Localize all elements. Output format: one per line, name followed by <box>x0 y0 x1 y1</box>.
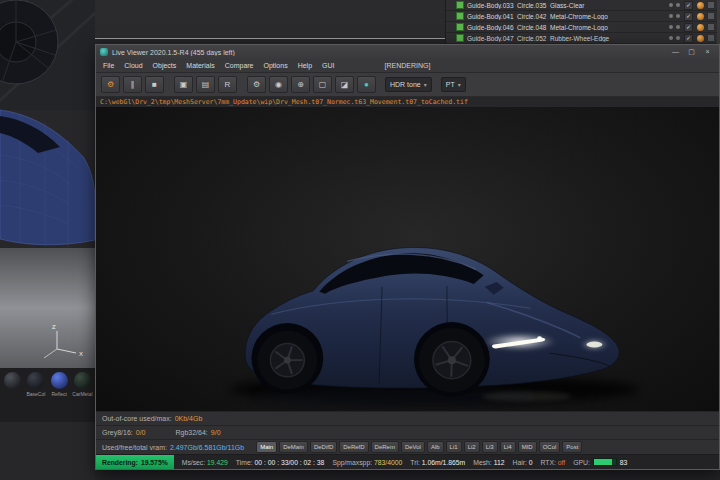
object-row[interactable]: Guide-Body.033_Circle.035_Glass-Clear ✓ <box>446 0 720 11</box>
visibility-dot-icon[interactable] <box>676 3 680 7</box>
visibility-dot-icon[interactable] <box>676 25 680 29</box>
pass-tab-li4[interactable]: Li4 <box>500 441 516 453</box>
rgb-value: 9/0 <box>211 429 221 436</box>
enable-check-icon[interactable]: ✓ <box>684 23 693 32</box>
object-cube-icon <box>456 23 464 31</box>
chevron-down-icon: ▾ <box>424 81 427 88</box>
pass-tab-demain[interactable]: DeMain <box>279 441 308 453</box>
material-tag-icon[interactable] <box>697 35 704 42</box>
toolbar: ⚙ ∥ ■ ▣ ▤ R ⚙ ◉ ⊕ ▢ ◪ ● HDR tone ▾ PT ▾ <box>96 73 719 97</box>
title-bar[interactable]: Live Viewer 2020.1.5-R4 (455 days left) … <box>96 45 719 59</box>
object-row-icons: ✓ <box>666 12 715 21</box>
object-row-icons: ✓ <box>666 1 715 10</box>
object-row-icons: ✓ <box>666 23 715 32</box>
out-of-core-row: Out-of-core used/max: 0Kb/4Gb <box>96 411 719 425</box>
material-picker-icon[interactable]: ◪ <box>335 76 354 93</box>
texture-tag-icon[interactable] <box>707 1 715 9</box>
render-settings-icon[interactable]: ⚙ <box>101 76 120 93</box>
pass-tab-ocol[interactable]: OCol <box>539 441 561 453</box>
kernel-dropdown[interactable]: PT ▾ <box>441 77 466 92</box>
material-slot[interactable]: CarMetal <box>72 370 93 422</box>
material-tag-icon[interactable] <box>697 2 704 9</box>
object-cube-icon <box>456 12 464 20</box>
enable-check-icon[interactable]: ✓ <box>684 34 693 43</box>
vram-label: Used/free/total vram: <box>102 444 167 451</box>
object-row-icons: ✓ <box>666 34 715 43</box>
material-slot[interactable]: BaseCol <box>25 370 46 422</box>
render-region-icon[interactable]: ▢ <box>313 76 332 93</box>
menu-cloud[interactable]: Cloud <box>124 62 142 69</box>
visibility-dot-icon[interactable] <box>669 14 673 18</box>
gpu-usage-fill <box>594 459 612 465</box>
visibility-dot-icon[interactable] <box>676 36 680 40</box>
pass-tab-devol[interactable]: DeVol <box>401 441 425 453</box>
object-row[interactable]: Guide-Body.046_Circle.048_Metal-Chrome-L… <box>446 22 720 33</box>
object-cube-icon <box>456 1 464 9</box>
texture-tag-icon[interactable] <box>707 23 715 31</box>
lock-resolution-icon[interactable]: ▣ <box>174 76 193 93</box>
rendering-label: Rendering: <box>102 459 138 466</box>
texture-tag-icon[interactable] <box>707 12 715 20</box>
menu-help[interactable]: Help <box>298 62 312 69</box>
pass-tab-post[interactable]: Post <box>562 441 582 453</box>
restart-render-icon[interactable]: R <box>218 76 237 93</box>
white-balance-icon[interactable]: ● <box>357 76 376 93</box>
visibility-dot-icon[interactable] <box>669 36 673 40</box>
pass-tab-mid[interactable]: MID <box>518 441 537 453</box>
camera-lock-icon[interactable]: ◉ <box>269 76 288 93</box>
visibility-dot-icon[interactable] <box>669 3 673 7</box>
pass-tab-alb[interactable]: Alb <box>427 441 444 453</box>
visibility-dot-icon[interactable] <box>669 25 673 29</box>
object-label: Guide-Body.041_Circle.042_Metal-Chrome-L… <box>467 13 666 20</box>
stop-render-icon[interactable]: ■ <box>145 76 164 93</box>
wireframe-wheel <box>0 0 95 110</box>
gpu-usage-bar <box>593 458 617 466</box>
minimize-icon[interactable]: — <box>671 48 680 56</box>
pass-tab-li2[interactable]: Li2 <box>464 441 480 453</box>
menu-gui[interactable]: GUI <box>322 62 334 69</box>
menu-options[interactable]: Options <box>264 62 288 69</box>
material-tag-icon[interactable] <box>697 24 704 31</box>
menu-materials[interactable]: Materials <box>186 62 214 69</box>
focus-picker-icon[interactable]: ⊕ <box>291 76 310 93</box>
mesh-count: Mesh: 112 <box>473 459 504 466</box>
visibility-dot-icon[interactable] <box>676 14 680 18</box>
render-viewport[interactable] <box>96 107 719 411</box>
pass-tab-li3[interactable]: Li3 <box>482 441 498 453</box>
grey-value: 0/0 <box>136 429 146 436</box>
ms-per-sec: Ms/sec: 19.429 <box>182 459 228 466</box>
object-label: Guide-Body.033_Circle.035_Glass-Clear <box>467 2 666 9</box>
menu-file[interactable]: File <box>103 62 114 69</box>
hdr-tone-dropdown[interactable]: HDR tone ▾ <box>385 77 432 92</box>
triangle-count: Tri: 1.06m/1.865m <box>410 459 465 466</box>
pause-render-icon[interactable]: ∥ <box>123 76 142 93</box>
close-icon[interactable]: × <box>703 48 712 56</box>
maximize-icon[interactable]: ▢ <box>687 48 696 56</box>
texture-tag-icon[interactable] <box>707 34 715 42</box>
c4d-viewport[interactable]: Z X BaseCol Reflect CarMetal <box>0 0 95 480</box>
pass-tab-derem[interactable]: DeRem <box>371 441 399 453</box>
material-slot[interactable]: Reflect <box>49 370 70 422</box>
material-tag-icon[interactable] <box>697 13 704 20</box>
object-row[interactable]: Guide-Body.047_Circle.052_Rubber-Wheel-E… <box>446 33 720 44</box>
c4d-car-model <box>0 110 95 247</box>
pass-tab-li1[interactable]: Li1 <box>446 441 462 453</box>
render-stats-bar: Rendering: 19.575% Ms/sec: 19.429 Time: … <box>96 454 719 469</box>
object-row[interactable]: Guide-Body.041_Circle.042_Metal-Chrome-L… <box>446 11 720 22</box>
pass-tab-dedifd[interactable]: DeDifD <box>310 441 337 453</box>
hair-count: Hair: 0 <box>512 459 532 466</box>
kernel-settings-icon[interactable]: ⚙ <box>247 76 266 93</box>
enable-check-icon[interactable]: ✓ <box>684 12 693 21</box>
material-manager: BaseCol Reflect CarMetal <box>0 368 95 422</box>
enable-check-icon[interactable]: ✓ <box>684 1 693 10</box>
octane-logo-icon <box>100 48 108 56</box>
pass-tab-derefd[interactable]: DeRefD <box>339 441 368 453</box>
pass-tab-main[interactable]: Main <box>256 441 277 453</box>
material-label: CarMetal <box>72 391 93 397</box>
menu-objects[interactable]: Objects <box>153 62 177 69</box>
menu-compare[interactable]: Compare <box>225 62 254 69</box>
material-slot[interactable] <box>2 370 23 422</box>
clay-mode-icon[interactable]: ▤ <box>196 76 215 93</box>
material-sphere-icon <box>4 372 21 389</box>
log-strip: C:\webGl\Drv_2\tmp\MeshServer\7mm_Update… <box>96 97 719 107</box>
